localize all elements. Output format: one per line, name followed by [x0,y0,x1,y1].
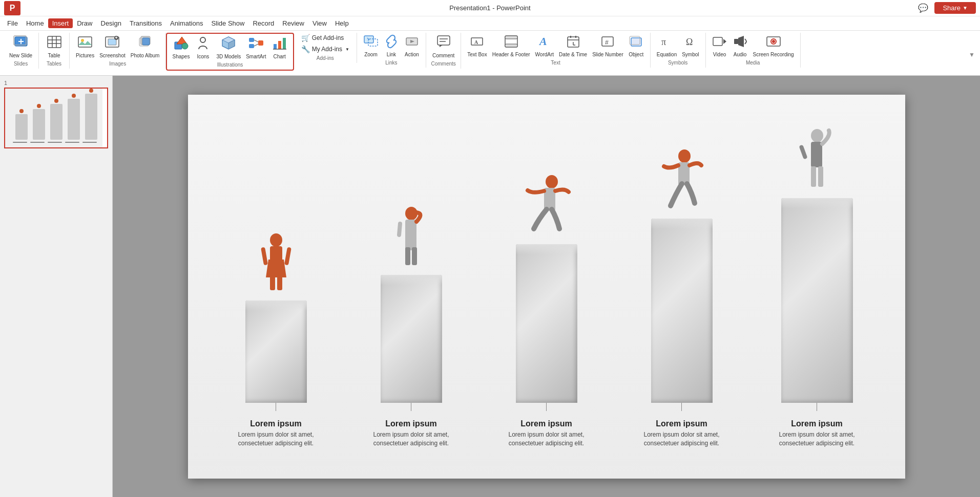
bar-text-1: Lorem ipsum Lorem ipsum dolor sit amet, … [220,419,332,448]
svg-point-94 [546,175,558,188]
bar-group-5: Lorem ipsum Lorem ipsum dolor sit amet, … [761,126,873,448]
menu-item-transitions[interactable]: Transitions [126,18,166,28]
menu-item-insert[interactable]: Insert [48,18,73,28]
ribbon-expand-button[interactable]: ▼ [967,48,977,61]
comment-button[interactable]: Comment [430,33,456,60]
video-button[interactable]: Video [710,33,729,59]
connector-4 [681,403,682,411]
svg-line-28 [254,40,258,42]
equation-button[interactable]: π Equation [655,33,679,59]
bar-group-2: Lorem ipsum Lorem ipsum dolor sit amet, … [355,203,468,448]
svg-text:#: # [605,39,609,46]
svg-rect-69 [50,104,62,140]
menu-item-view[interactable]: View [308,18,331,28]
textbox-button[interactable]: A Text Box [465,33,489,59]
svg-text:π: π [661,37,666,47]
svg-rect-88 [284,247,291,265]
my-addins-button[interactable]: 🔧 My Add-ins ▼ [298,44,352,54]
menu-item-help[interactable]: Help [331,18,353,28]
ribbon-group-symbols: π Equation Ω Symbol Symbols [651,33,706,68]
icons-button[interactable]: Icons [193,34,213,61]
ribbon-group-media: Video Audio Screen Recording Media [706,33,801,68]
svg-rect-26 [249,44,254,48]
canvas-area: Lorem ipsum Lorem ipsum dolor sit amet, … [113,76,980,497]
slide-number: 1 [4,80,108,86]
new-slide-button[interactable]: New Slide [7,33,34,60]
symbol-button[interactable]: Ω Symbol [680,33,701,59]
main-area: 1 [0,76,980,497]
header-footer-button[interactable]: Header & Footer [490,33,532,59]
svg-marker-84 [266,260,286,277]
menu-item-record[interactable]: Record [248,18,278,28]
slide-number-button[interactable]: # Slide Number [590,33,625,59]
svg-point-20 [182,43,188,49]
bar-text-4: Lorem ipsum Lorem ipsum dolor sit amet, … [625,419,738,448]
svg-rect-99 [811,142,822,167]
wordart-button[interactable]: A WordArt [533,33,556,59]
share-button[interactable]: Share ▼ [934,2,976,14]
svg-rect-87 [261,247,268,265]
bar-text-3: Lorem ipsum Lorem ipsum dolor sit amet, … [490,419,603,448]
ribbon-group-addins: 🛒 Get Add-ins 🔧 My Add-ins ▼ Add-ins [294,33,357,63]
chart-button[interactable]: Chart [269,34,290,61]
table-button[interactable]: Table [44,33,65,60]
menu-item-review[interactable]: Review [278,18,308,28]
menu-item-home[interactable]: Home [22,18,48,28]
svg-rect-77 [13,142,27,143]
svg-rect-9 [78,37,92,47]
menu-item-draw[interactable]: Draw [73,18,96,28]
svg-rect-44 [505,36,517,39]
action-button[interactable]: Action [402,33,422,59]
slide-thumbnail[interactable] [4,88,108,148]
slide-canvas[interactable]: Lorem ipsum Lorem ipsum dolor sit amet, … [188,95,905,479]
svg-rect-61 [734,39,738,44]
ribbon: New Slide Slides Table Tables Pictures [0,31,980,76]
bar-column-5 [781,198,853,403]
svg-line-29 [254,44,258,46]
bar-text-2: Lorem ipsum Lorem ipsum dolor sit amet, … [355,419,468,448]
pictures-button[interactable]: Pictures [74,33,96,60]
svg-rect-27 [258,40,263,46]
document-title: Presentation1 - PowerPoint [449,4,530,12]
comments-button[interactable]: 💬 [916,2,930,14]
svg-rect-90 [405,220,416,250]
svg-rect-79 [48,142,62,143]
svg-rect-68 [33,109,45,140]
menu-item-file[interactable]: File [3,18,22,28]
link-button[interactable]: Link [382,33,401,59]
screen-recording-button[interactable]: Screen Recording [751,33,796,59]
object-button[interactable]: Object [627,33,646,59]
menu-item-design[interactable]: Design [97,18,126,28]
menu-item-animations[interactable]: Animations [166,18,207,28]
svg-rect-12 [108,39,116,45]
smartart-button[interactable]: SmartArt [244,34,268,61]
svg-rect-86 [277,275,282,290]
svg-point-76 [89,89,93,93]
svg-rect-30 [274,44,277,49]
get-addins-button[interactable]: 🛒 Get Add-ins [298,33,352,43]
svg-rect-91 [405,247,410,265]
date-time-button[interactable]: Date & Time [557,33,589,59]
audio-button[interactable]: Audio [731,33,750,59]
svg-rect-100 [811,166,816,187]
svg-rect-93 [397,222,402,237]
person-figure-1 [253,229,299,300]
bar-group-1: Lorem ipsum Lorem ipsum dolor sit amet, … [220,229,332,448]
svg-rect-59 [713,37,722,46]
connector-5 [817,403,817,411]
svg-point-75 [72,94,76,98]
zoom-button[interactable]: Zoom [361,33,381,59]
svg-marker-60 [723,39,726,44]
svg-rect-71 [85,94,97,140]
ribbon-group-images: Pictures Screenshot Photo Album Images [70,33,166,69]
shapes-button[interactable]: Shapes [170,34,192,61]
svg-point-74 [54,99,58,103]
svg-rect-31 [278,41,281,49]
ribbon-group-text: A Text Box Header & Footer A WordArt [461,33,650,68]
svg-rect-92 [412,247,417,265]
ribbon-group-illustrations: Shapes Icons 3D Models SmartArt [166,33,294,71]
screenshot-button[interactable]: Screenshot [97,33,128,60]
3d-models-button[interactable]: 3D Models [214,34,243,61]
photo-album-button[interactable]: Photo Album [129,33,162,60]
menu-item-slideshow[interactable]: Slide Show [207,18,248,28]
